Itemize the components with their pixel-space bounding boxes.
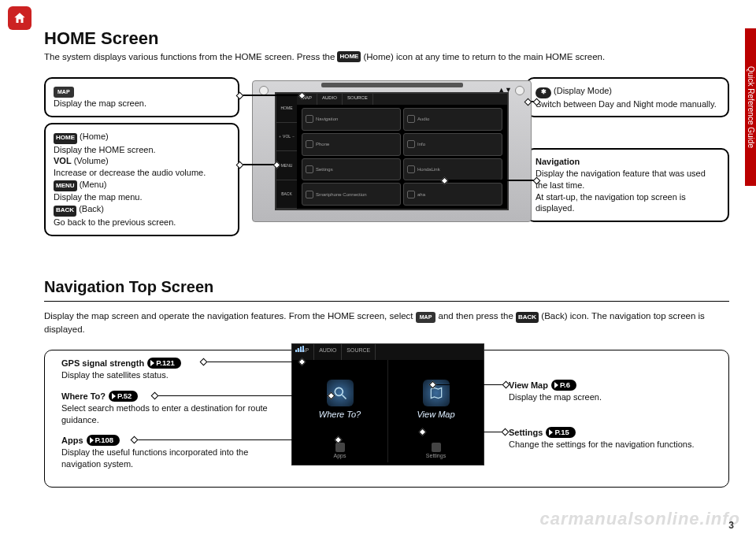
- dev-tile: HondaLink: [403, 158, 502, 181]
- dev-tile: aha: [403, 183, 502, 206]
- nav-l1: Display the navigation feature that was …: [536, 169, 706, 190]
- dev-tile: Audio: [403, 108, 502, 131]
- home-icon-button[interactable]: [8, 6, 32, 30]
- view-label: View Map: [417, 410, 454, 419]
- page-ref[interactable]: P.121: [147, 358, 181, 369]
- dev-side-vol: ＋ VOL －: [276, 123, 297, 152]
- back-icon: BACK: [54, 206, 76, 217]
- gps-d: Display the satellites status.: [61, 370, 169, 380]
- set-d: Change the settings for the navigation f…: [509, 439, 694, 449]
- home-label: (Home): [80, 132, 109, 141]
- figure-home-screen: MAP Display the map screen. HOME (Home) …: [44, 77, 729, 254]
- nav-btn-view: View Map: [387, 360, 484, 439]
- nav-tab: AUDIO: [314, 344, 342, 360]
- svg-point-0: [335, 388, 343, 395]
- dev-tile: Smartphone Connection: [302, 183, 401, 206]
- menu-label: (Menu): [80, 180, 107, 189]
- dev-tile: Navigation: [302, 108, 401, 131]
- home-icon: HOME: [337, 51, 361, 62]
- intro-a: The system displays various functions fr…: [44, 50, 335, 63]
- where-label: Where To?: [319, 410, 361, 419]
- heading-nav-top: Navigation Top Screen: [44, 278, 729, 296]
- nav-title: Navigation: [536, 157, 580, 166]
- callout-navigation: Navigation Display the navigation featur…: [526, 148, 729, 222]
- callout-display-mode: ✱ (Display Mode) Switch between Day and …: [526, 77, 729, 117]
- gps-signal-icon: [295, 346, 304, 352]
- leader-line: [432, 384, 506, 386]
- dev-tab: AUDIO: [317, 94, 343, 105]
- apps-t: Apps: [61, 436, 83, 445]
- page-number: 3: [728, 520, 734, 531]
- page-ref[interactable]: P.108: [87, 435, 120, 447]
- dev-side-back: BACK: [276, 180, 297, 210]
- heading-home-screen: HOME Screen: [44, 28, 729, 49]
- leader-line: [154, 395, 332, 397]
- dev-tile: Info: [403, 133, 502, 156]
- device-mock: ▲▼ HOME ＋ VOL － MENU BACK MAP AUDIO SOUR…: [252, 80, 532, 222]
- nav-l2: At start-up, the navigation top screen i…: [536, 192, 686, 213]
- back-icon: BACK: [516, 312, 539, 323]
- intro-b: (Home) icon at any time to return to the…: [363, 50, 605, 63]
- d2b: and then press the: [439, 311, 513, 321]
- vol-label: VOL: [54, 156, 72, 165]
- gps-t: GPS signal strength: [61, 358, 144, 368]
- map-icon: MAP: [54, 87, 74, 98]
- home-icon: [13, 11, 27, 25]
- dev-tile: Settings: [302, 158, 401, 181]
- dev-side-home: HOME: [276, 94, 297, 123]
- page-ref[interactable]: P.15: [546, 427, 575, 439]
- display-mode-icon: ✱: [536, 87, 551, 98]
- d2a: Display the map screen and operate the n…: [44, 311, 413, 321]
- watermark: carmanualsonline.info: [540, 509, 741, 529]
- leader-line: [422, 432, 506, 433]
- leader-line: [444, 180, 537, 181]
- page-ref[interactable]: P.6: [551, 380, 576, 391]
- vol-text: Increase or decrease the audio volume.: [54, 168, 206, 177]
- leader-line: [203, 362, 302, 363]
- item-view: View MapP.6 Display the map screen.: [509, 380, 698, 403]
- back-label: (Back): [79, 204, 104, 213]
- callout-controls: HOME (Home) Display the HOME screen. VOL…: [44, 123, 239, 235]
- where-t: Where To?: [61, 391, 106, 401]
- callout-map: MAP Display the map screen.: [44, 77, 239, 117]
- leader-line: [528, 101, 537, 102]
- dm-text: Switch between Day and Night mode manual…: [536, 99, 717, 109]
- divider: [44, 301, 729, 302]
- leader-line: [134, 439, 339, 441]
- set-t: Settings: [509, 428, 543, 437]
- callout-map-text: Display the map screen.: [54, 98, 146, 108]
- page-content: HOME Screen The system displays various …: [44, 28, 729, 488]
- nav-desc: Display the map screen and operate the n…: [44, 310, 729, 337]
- back-text: Go back to the previous screen.: [54, 217, 176, 227]
- apps-d: Display the useful functions incorporate…: [61, 447, 248, 469]
- home-text: Display the HOME screen.: [54, 145, 156, 154]
- menu-icon: MENU: [54, 180, 77, 191]
- dev-tab: SOURCE: [343, 94, 373, 105]
- dm-label: (Display Mode): [554, 86, 612, 95]
- nav-foot-settings: Settings: [387, 439, 484, 462]
- figure-nav-top: MAP AUDIO SOURCE Where To? View Map Apps…: [44, 350, 729, 488]
- leader-line: [239, 164, 277, 165]
- home-icon: HOME: [54, 133, 77, 144]
- nav-screen-mock: MAP AUDIO SOURCE Where To? View Map Apps…: [291, 343, 484, 465]
- view-d: Display the map screen.: [509, 392, 602, 402]
- nav-tab: SOURCE: [342, 344, 376, 360]
- view-t: View Map: [509, 380, 548, 390]
- svg-line-1: [342, 395, 346, 399]
- page-ref[interactable]: P.52: [109, 391, 138, 402]
- dev-tile: Phone: [302, 133, 401, 156]
- map-icon: MAP: [416, 312, 436, 323]
- where-d: Select search methods to enter a destina…: [61, 403, 268, 425]
- nav-btn-where: Where To?: [292, 360, 387, 439]
- leader-line: [239, 95, 302, 96]
- section-tab: Quick Reference Guide: [745, 28, 756, 186]
- item-settings: SettingsP.15 Change the settings for the…: [509, 427, 698, 451]
- vol-par: (Volume): [74, 156, 109, 165]
- menu-text: Display the map menu.: [54, 192, 143, 202]
- intro-text: The system displays various functions fr…: [44, 50, 729, 63]
